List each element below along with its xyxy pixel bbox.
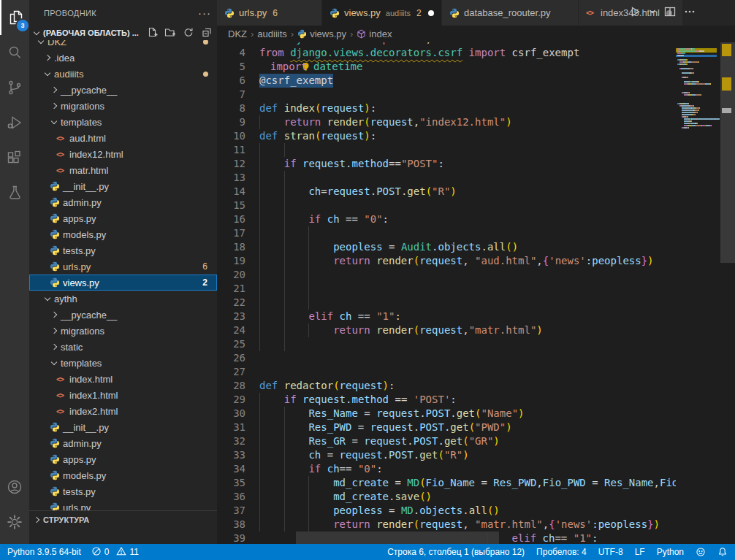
tree-item-admin.py[interactable]: admin.py: [29, 435, 217, 451]
tree-item-.idea[interactable]: .idea: [29, 50, 217, 66]
language-mode[interactable]: Python: [657, 547, 684, 557]
outline-section-header[interactable]: СТРУКТУРА: [29, 510, 217, 528]
tree-item-apps.py[interactable]: apps.py: [29, 451, 217, 467]
explorer-icon[interactable]: 3: [0, 0, 31, 35]
code-line-33[interactable]: 33ch = request.POST.get("R"): [217, 448, 676, 462]
tree-item-models.py[interactable]: models.py: [29, 467, 217, 483]
code-line-12[interactable]: 12if request.method=="POST":: [217, 157, 676, 171]
code-line-8[interactable]: 8def index(request):: [217, 101, 676, 115]
tree-item-templates[interactable]: templates: [29, 114, 217, 130]
code-line-27[interactable]: 27: [217, 365, 676, 379]
breadcrumb-item-file[interactable]: views.py: [310, 28, 346, 39]
tree-item-__init__.py[interactable]: __init__.py: [29, 178, 217, 194]
tree-item-__pycache__[interactable]: __pycache__: [29, 307, 217, 323]
tree-item-admin.py[interactable]: admin.py: [29, 194, 217, 210]
tree-item-models.py[interactable]: models.py: [29, 226, 217, 242]
code-line-32[interactable]: 32Res_GR = request.POST.get("GR"): [217, 434, 676, 448]
tab-database_roouter.py[interactable]: database_roouter.py: [442, 0, 579, 26]
code-line-37[interactable]: 37peopless = MD.objects.all(): [217, 504, 676, 518]
code-line-10[interactable]: 10def stran(request):: [217, 129, 676, 143]
tree-item-index2.html[interactable]: <>index2.html: [29, 403, 217, 419]
breadcrumb-item-folder[interactable]: audiiits: [257, 28, 286, 39]
code-line-13[interactable]: 13: [217, 171, 676, 185]
scrollbar-slider[interactable]: [720, 42, 735, 263]
tree-item-urls.py[interactable]: urls.py: [29, 499, 217, 511]
code-line-14[interactable]: 14ch=request.POST.get("R"): [217, 185, 676, 199]
code-line-34[interactable]: 34if ch== "0":: [217, 462, 676, 476]
notifications-bell-icon[interactable]: [717, 547, 728, 557]
breadcrumb-item-folder[interactable]: DKZ: [228, 28, 247, 39]
tree-item-views.py[interactable]: views.py2: [29, 275, 217, 291]
extensions-icon[interactable]: [0, 140, 29, 175]
refresh-icon[interactable]: [183, 26, 194, 39]
tree-item-tests.py[interactable]: tests.py: [29, 242, 217, 258]
minimap[interactable]: [676, 42, 720, 544]
tree-item-__init__.py[interactable]: __init__.py: [29, 419, 217, 435]
tree-item-__pycache__[interactable]: __pycache__: [29, 82, 217, 98]
code-line-30[interactable]: 30Res_Name = request.POST.get("Name"): [217, 407, 676, 421]
tree-item-tests.py[interactable]: tests.py: [29, 483, 217, 499]
tree-item-templates[interactable]: templates: [29, 355, 217, 371]
code-line-11[interactable]: 11: [217, 143, 676, 157]
breadcrumb-item-symbol[interactable]: index: [369, 28, 392, 39]
run-debug-icon[interactable]: [0, 105, 29, 140]
tree-item-apps.py[interactable]: apps.py: [29, 210, 217, 226]
tab-views.py[interactable]: views.pyaudiiits2: [322, 0, 442, 26]
tree-item-DKZ[interactable]: DKZ: [29, 40, 217, 50]
more-actions-icon[interactable]: [683, 5, 696, 20]
settings-gear-icon[interactable]: [0, 505, 29, 540]
tree-item-urls.py[interactable]: urls.py6: [29, 258, 217, 275]
run-dropdown-icon[interactable]: [648, 7, 657, 18]
tree-item-index1.html[interactable]: <>index1.html: [29, 387, 217, 403]
code-line-35[interactable]: 35md_create = MD(Fio_Name = Res_PWD,Fio_…: [217, 476, 676, 490]
code-line-23[interactable]: 23elif ch == "1":: [217, 310, 676, 323]
tree-item-aud.html[interactable]: <>aud.html: [29, 130, 217, 146]
code-line-17[interactable]: 17: [217, 226, 676, 240]
code-line-39[interactable]: 39elif ch== "1":: [217, 532, 676, 544]
code-line-16[interactable]: 16if ch == "0":: [217, 212, 676, 226]
code-line-9[interactable]: 9return render(request,"index12.html"): [217, 115, 676, 129]
indentation[interactable]: Пробелов: 4: [536, 547, 587, 557]
split-editor-icon[interactable]: [663, 5, 677, 20]
code-line-20[interactable]: 20: [217, 268, 676, 282]
overview-ruler[interactable]: [720, 26, 735, 544]
code-line-15[interactable]: 15: [217, 199, 676, 212]
feedback-icon[interactable]: [696, 547, 706, 557]
code-line-26[interactable]: 26: [217, 351, 676, 365]
problems-status[interactable]: 0 11: [91, 546, 139, 559]
tree-item-index12.html[interactable]: <>index12.html: [29, 146, 217, 162]
python-interpreter[interactable]: Python 3.9.5 64-bit: [7, 547, 81, 557]
tree-item-matr.html[interactable]: <>matr.html: [29, 162, 217, 178]
tab-urls.py[interactable]: urls.py6: [217, 0, 322, 26]
dirty-indicator[interactable]: [428, 10, 434, 16]
encoding[interactable]: UTF-8: [598, 547, 623, 557]
new-file-icon[interactable]: [146, 26, 158, 39]
account-icon[interactable]: [0, 469, 29, 505]
code-line-36[interactable]: 36md_create.save(): [217, 490, 676, 504]
more-actions-icon[interactable]: ···: [198, 7, 211, 19]
code-line-25[interactable]: 25: [217, 337, 676, 351]
tree-item-audiiits[interactable]: audiiits: [29, 66, 217, 82]
code-line-7[interactable]: 7: [217, 88, 676, 101]
code-line-5[interactable]: 5import datetime: [217, 60, 676, 74]
new-folder-icon[interactable]: [164, 26, 176, 39]
run-button[interactable]: [628, 5, 641, 20]
collapse-all-icon[interactable]: [201, 26, 213, 39]
code-line-24[interactable]: 24return render(request,"matr.html"): [217, 323, 676, 337]
code-editor[interactable]: 3from aythh.models import MD,Audit4from …: [217, 42, 676, 544]
search-icon[interactable]: [0, 35, 29, 70]
code-line-29[interactable]: 29if request.method == 'POST':: [217, 393, 676, 407]
tree-item-static[interactable]: static: [29, 339, 217, 355]
tree-item-aythh[interactable]: aythh: [29, 291, 217, 307]
eol-sequence[interactable]: LF: [635, 547, 645, 557]
code-line-31[interactable]: 31Res_PWD = request.POST.get("PWD"): [217, 421, 676, 434]
code-line-19[interactable]: 19return render(request, "aud.html",{'ne…: [217, 254, 676, 268]
code-line-6[interactable]: 6@csrf_exempt: [217, 74, 676, 88]
testing-icon[interactable]: [0, 175, 29, 210]
cursor-position[interactable]: Строка 6, столбец 1 (выбрано 12): [387, 547, 525, 557]
tree-item-migrations[interactable]: migrations: [29, 98, 217, 114]
code-line-4[interactable]: 4from django.views.decorators.csrf impor…: [217, 46, 676, 60]
source-control-icon[interactable]: [0, 70, 29, 105]
code-line-22[interactable]: 22: [217, 296, 676, 310]
tree-item-index.html[interactable]: <>index.html: [29, 371, 217, 387]
